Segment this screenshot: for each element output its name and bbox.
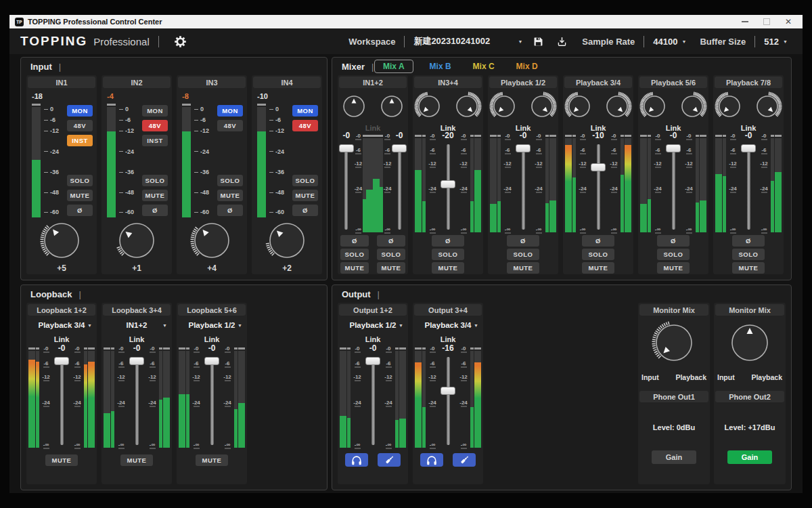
link-toggle[interactable]: Link [26,335,97,343]
fader[interactable]: -0 [203,349,221,448]
fader-track[interactable] [398,144,401,230]
headphone-out-button[interactable] [345,453,368,467]
pan-knob-left[interactable] [639,91,669,121]
workspace-select[interactable]: 新建202310241002 [413,35,514,47]
fader-track[interactable] [747,144,750,230]
mon-button[interactable]: MON [142,105,168,117]
phase-button[interactable]: Ø [657,235,690,247]
mute-button[interactable]: MUTE [732,262,765,274]
mute-button[interactable]: MUTE [340,262,369,274]
mute-button[interactable]: MUTE [377,262,405,274]
link-toggle[interactable]: Link [177,335,247,343]
phantom-48v-button[interactable]: 48V [292,120,318,131]
source-select[interactable]: Playback 1/2▼ [178,319,246,331]
fader[interactable]: -10 [589,136,607,232]
solo-button[interactable]: SOLO [67,175,93,186]
inst-button[interactable]: INST [67,135,93,146]
phantom-48v-button[interactable]: 48V [67,120,93,131]
mute-button[interactable]: MUTE [45,454,78,466]
source-select[interactable]: Playback 1/2▼ [339,319,407,331]
phase-button[interactable]: Ø [217,205,243,216]
buffer-size-select[interactable]: 512 [764,37,779,47]
pan-knob-left[interactable] [414,91,444,121]
phase-button[interactable]: Ø [340,235,369,247]
fader-track[interactable] [344,144,348,230]
gain-button[interactable]: Gain [727,450,772,464]
fader-cap[interactable] [741,144,756,152]
mute-button[interactable]: MUTE [142,190,168,201]
fader-cap[interactable] [591,163,606,171]
fader[interactable]: -0 [740,136,757,232]
mute-button[interactable]: MUTE [67,190,93,201]
fader-track[interactable] [371,357,375,445]
fader-cap[interactable] [441,387,455,395]
pan-knob-right[interactable] [377,91,407,121]
mon-button[interactable]: MON [217,105,243,117]
monitor-mix-knob[interactable] [727,320,772,365]
mute-button[interactable]: MUTE [582,262,614,274]
save-workspace-button[interactable] [533,36,544,47]
sample-rate-select[interactable]: 44100 [653,37,677,47]
fader-track[interactable] [210,357,214,445]
solo-button[interactable]: SOLO [340,249,369,260]
pan-knob-right[interactable] [677,91,707,121]
fader[interactable]: -0 [53,349,70,448]
source-select[interactable]: IN1+2▼ [103,319,171,331]
fader-track[interactable] [522,144,525,230]
solo-button[interactable]: SOLO [217,175,243,186]
gain-button[interactable]: Gain [652,450,696,464]
pan-knob-right[interactable] [527,91,557,121]
phantom-48v-button[interactable]: 48V [217,120,243,131]
pan-knob-left[interactable] [715,91,744,121]
fader-cap[interactable] [516,144,531,152]
pan-knob-right[interactable] [752,91,782,121]
fader-cap[interactable] [441,180,455,188]
maximize-button[interactable] [763,18,770,25]
solo-button[interactable]: SOLO [142,175,168,186]
phase-button[interactable]: Ø [582,235,614,247]
link-toggle[interactable]: Link [338,335,408,343]
mixer-tab-mix-b[interactable]: Mix B [424,60,457,72]
fader-cap[interactable] [339,144,354,152]
phase-button[interactable]: Ø [432,235,464,247]
fader-track[interactable] [597,144,600,230]
fader[interactable]: -20 [439,136,457,232]
solo-button[interactable]: SOLO [432,249,464,260]
fader[interactable]: -0 [339,136,354,232]
close-button[interactable]: ✕ [785,18,792,26]
solo-button[interactable]: SOLO [507,249,539,260]
mixer-tab-mix-d[interactable]: Mix D [511,60,543,72]
pan-knob-right[interactable] [452,91,482,121]
solo-button[interactable]: SOLO [657,249,690,260]
phantom-48v-button[interactable]: 48V [142,120,168,131]
mixer-tab-mix-a[interactable]: Mix A [374,60,413,73]
mute-button[interactable]: MUTE [507,262,539,274]
mon-button[interactable]: MON [292,105,318,117]
solo-button[interactable]: SOLO [292,175,318,186]
source-select[interactable]: Playback 3/4▼ [28,319,95,331]
fader-cap[interactable] [365,357,380,365]
fader[interactable]: -0 [128,349,145,448]
phase-button[interactable]: Ø [507,235,539,247]
mute-button[interactable]: MUTE [292,190,318,201]
mute-button[interactable]: MUTE [196,454,228,466]
load-workspace-button[interactable] [556,36,568,47]
fader[interactable]: -16 [439,349,457,448]
fader-track[interactable] [447,357,450,445]
source-select[interactable]: Playback 3/4▼ [414,319,482,331]
fader-cap[interactable] [392,144,407,152]
phase-button[interactable]: Ø [292,205,318,216]
fader[interactable]: -0 [364,349,382,448]
link-toggle[interactable]: Link [413,335,483,343]
monitor-mix-knob[interactable] [652,320,696,365]
mute-button[interactable]: MUTE [217,190,243,201]
line-out-button[interactable] [378,453,401,467]
minimize-button[interactable] [742,21,748,22]
phase-button[interactable]: Ø [67,205,93,216]
mixer-tab-mix-c[interactable]: Mix C [468,60,500,72]
phase-button[interactable]: Ø [377,235,405,247]
headphone-out-button[interactable] [420,453,443,467]
inst-button[interactable]: INST [142,135,168,146]
fader-cap[interactable] [204,357,219,365]
solo-button[interactable]: SOLO [582,249,614,260]
